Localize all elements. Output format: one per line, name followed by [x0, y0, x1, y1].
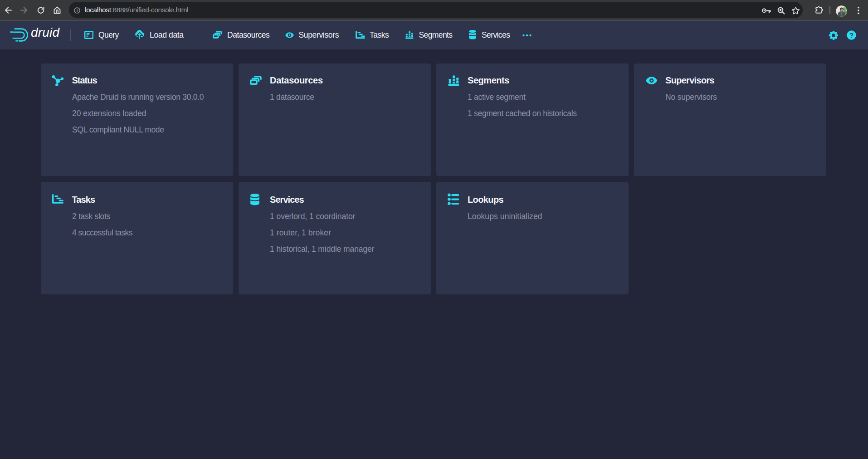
- svg-text:?: ?: [849, 31, 853, 39]
